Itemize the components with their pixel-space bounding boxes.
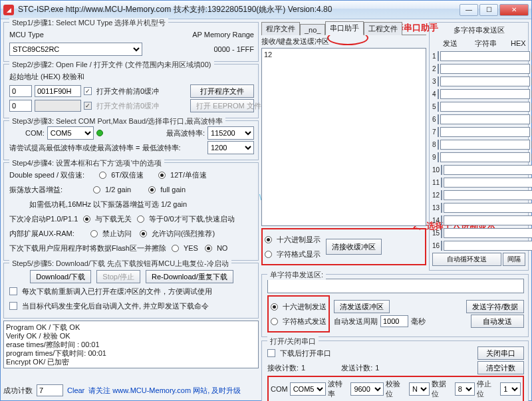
clear-recv-button[interactable]: 清接收缓冲区	[326, 239, 382, 255]
recv-textarea[interactable]: 12	[261, 48, 426, 226]
multi-send-2[interactable]	[438, 64, 439, 74]
multi-str-5[interactable]	[440, 102, 530, 112]
titlebar[interactable]: ◢ STC-ISP.exe http://www.MCU-Memory.com …	[1, 1, 531, 19]
p10-b-radio[interactable]	[137, 215, 144, 223]
char-display-radio[interactable]	[265, 251, 272, 258]
redownload-button[interactable]: Re-Download/重复下载	[146, 270, 233, 283]
multi-str-2[interactable]	[440, 64, 530, 74]
mcu-type-select[interactable]: STC89C52RC	[9, 43, 142, 56]
aux-label: 内部扩展AUX-RAM:	[9, 229, 74, 239]
multi-send-14[interactable]	[441, 215, 442, 225]
start-addr2[interactable]	[9, 100, 32, 112]
tab-program-file[interactable]: 程序文件	[261, 22, 300, 35]
clear-link[interactable]: Clear	[67, 386, 84, 394]
status-note: 请关注 www.MCU-Memory.com 网站, 及时升级	[88, 386, 241, 396]
multi-str-3[interactable]	[440, 76, 530, 86]
dbl-12t-radio[interactable]	[158, 172, 166, 179]
gain-full-radio[interactable]	[148, 186, 156, 194]
multi-str-7[interactable]	[440, 127, 530, 137]
hex-display-radio[interactable]	[265, 236, 272, 243]
ok-count[interactable]	[37, 384, 63, 396]
com-label: COM:	[25, 129, 45, 137]
step1-title: Step1/步骤1: Select MCU Type 选择单片机型号	[9, 18, 168, 28]
multi-str-10[interactable]	[444, 165, 532, 175]
checksum2	[35, 100, 81, 112]
p10-a-radio[interactable]	[83, 215, 90, 223]
multi-str-9[interactable]	[440, 152, 530, 162]
download-button[interactable]: Download/下载	[30, 270, 91, 283]
clear-send-button[interactable]: 清发送缓冲区	[334, 300, 390, 313]
start-addr1[interactable]	[9, 85, 32, 97]
multi-str-15[interactable]	[444, 228, 532, 238]
char-send-radio[interactable]	[271, 318, 278, 325]
flash-yes-radio[interactable]	[172, 245, 179, 252]
multi-send-7[interactable]	[438, 127, 439, 137]
min-baud-select[interactable]: 1200	[207, 141, 254, 154]
ap-mem-label: AP Memory Range	[192, 31, 254, 39]
multi-send-3[interactable]	[438, 76, 439, 86]
tab-serial-helper[interactable]: 串口助手	[325, 21, 364, 35]
main-window: ◢ STC-ISP.exe http://www.MCU-Memory.com …	[0, 0, 532, 401]
clear-buf-chk1[interactable]: ✓	[84, 87, 92, 95]
multi-send-11[interactable]	[441, 178, 442, 188]
multi-send-4[interactable]	[438, 89, 439, 99]
tab-no[interactable]: _no_	[300, 24, 325, 35]
multi-str-4[interactable]	[440, 89, 530, 99]
multi-send-15[interactable]	[441, 228, 442, 238]
clear-buf-label2: 打开文件前清0缓冲	[96, 101, 159, 111]
multi-send-9[interactable]	[438, 152, 439, 162]
multi-send-16[interactable]	[441, 241, 442, 251]
multi-send-13[interactable]	[441, 203, 442, 213]
close-button[interactable]: ✕	[499, 4, 529, 16]
reload-file-chk[interactable]	[9, 287, 17, 295]
multi-str-6[interactable]	[440, 114, 530, 124]
flash-no-radio[interactable]	[205, 245, 212, 252]
aux-deny-radio[interactable]	[90, 230, 98, 237]
auto-send-cycle-input[interactable]	[380, 315, 408, 327]
multi-str-13[interactable]	[444, 203, 532, 213]
clear-buf-chk2: ✓	[84, 102, 92, 110]
dbl-6t-radio[interactable]	[99, 172, 106, 179]
auto-reload-chk[interactable]	[9, 302, 17, 310]
close-port-button[interactable]: 关闭串口	[477, 346, 524, 360]
minimize-button[interactable]: —	[460, 4, 478, 16]
log-area[interactable]: Program OK / 下载 OK Verify OK / 校验 OK era…	[3, 321, 259, 368]
send-textarea[interactable]	[267, 279, 524, 293]
p10-label: 下次冷启动P1.0/P1.1	[9, 214, 78, 224]
multi-str-11[interactable]	[444, 178, 532, 188]
multi-send-10[interactable]	[441, 165, 442, 175]
maximize-button[interactable]: ☐	[479, 4, 498, 16]
tx-count: 1	[375, 364, 379, 372]
multi-str-8[interactable]	[440, 140, 530, 150]
multi-str-16[interactable]	[444, 241, 532, 251]
com-port-select[interactable]: COM5	[47, 126, 94, 140]
checksum1[interactable]	[35, 85, 81, 97]
step3-group: Step3/步骤3: Select COM Port,Max Baud/选择串行…	[3, 120, 259, 160]
send-char-button[interactable]: 发送字符/数据	[466, 300, 524, 313]
step2-title: Step2/步骤2: Open File / 打开文件 (文件范围内未用区域填0…	[9, 60, 214, 70]
multi-str-12[interactable]	[444, 190, 532, 200]
auto-send-button[interactable]: 自动发送	[471, 315, 524, 328]
open-after-dl-chk[interactable]	[267, 349, 275, 357]
tab-project-file[interactable]: 工程文件	[364, 22, 402, 35]
auto-loop-send-button[interactable]: 自动循环发送	[432, 253, 501, 266]
aux-allow-radio[interactable]	[140, 230, 147, 237]
multi-send-12[interactable]	[441, 190, 442, 200]
multi-str-14[interactable]	[444, 215, 532, 225]
status-bar: 成功计数 Clear 请关注 www.MCU-Memory.com 网站, 及时…	[3, 383, 529, 398]
multi-send-6[interactable]	[438, 114, 439, 124]
multi-title: 多字符串发送区	[432, 25, 525, 35]
clear-count-button[interactable]: 清空计数	[477, 361, 524, 374]
open-program-file-button[interactable]: 打开程序文件	[190, 84, 254, 98]
max-baud-select[interactable]: 115200	[207, 126, 254, 140]
multi-send-1[interactable]	[438, 51, 439, 61]
multi-str-1[interactable]	[440, 51, 530, 61]
rx-count: 1	[301, 364, 305, 372]
interval-button[interactable]: 间隔	[503, 253, 525, 266]
multi-send-5[interactable]	[438, 102, 439, 112]
hex-send-radio[interactable]	[271, 303, 278, 311]
multi-send-8[interactable]	[438, 140, 439, 150]
single-send-title: 单字符串发送区:	[267, 270, 326, 280]
gain-label: 振荡放大器增益:	[9, 185, 63, 195]
gain-half-radio[interactable]	[93, 186, 100, 194]
